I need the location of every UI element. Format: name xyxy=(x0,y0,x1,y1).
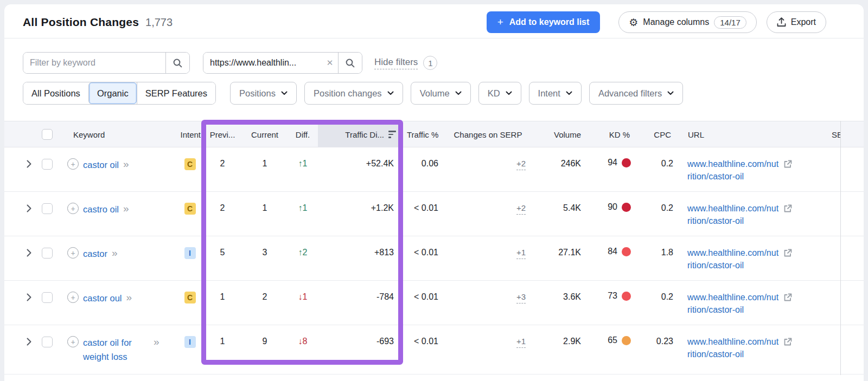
col-header-kd[interactable]: KD % xyxy=(582,130,633,139)
row-checkbox[interactable] xyxy=(42,248,53,259)
double-chevron-icon[interactable]: » xyxy=(154,335,159,348)
col-header-serp-changes[interactable]: Changes on SERP xyxy=(446,130,530,139)
kd-filter-dropdown[interactable]: KD xyxy=(478,82,521,105)
traffic-pct-value: < 0.01 xyxy=(403,192,446,213)
col-header-se[interactable]: SE xyxy=(821,130,840,139)
sort-desc-icon[interactable] xyxy=(388,131,396,138)
external-link-icon[interactable] xyxy=(783,159,793,169)
tab-organic[interactable]: Organic xyxy=(88,82,137,104)
intent-badge: I xyxy=(184,336,196,348)
keyword-filter-group xyxy=(23,52,190,74)
row-checkbox[interactable] xyxy=(42,203,53,214)
keyword-link[interactable]: castor oil for weight loss xyxy=(83,335,149,364)
keyword-link[interactable]: castor oil xyxy=(83,158,119,172)
tab-serp-features[interactable]: SERP Features xyxy=(137,82,215,104)
hide-filters-link[interactable]: Hide filters xyxy=(374,57,418,69)
url-link[interactable]: rition/castor-oil xyxy=(687,216,744,225)
keyword-link[interactable]: castor oul xyxy=(83,291,122,305)
add-keyword-icon[interactable]: + xyxy=(67,247,79,259)
url-link[interactable]: www.healthline.com/nut xyxy=(687,202,778,215)
chevron-right-icon xyxy=(27,249,31,257)
panel-header: All Position Changes 1,773 + Add to keyw… xyxy=(4,4,864,38)
url-link[interactable]: rition/castor-oil xyxy=(687,305,744,314)
add-keyword-icon[interactable]: + xyxy=(67,203,79,214)
current-position: 9 xyxy=(242,325,288,346)
keyword-search-button[interactable] xyxy=(165,53,189,73)
url-link[interactable]: rition/castor-oil xyxy=(687,172,744,181)
row-checkbox[interactable] xyxy=(42,159,53,170)
url-link[interactable]: rition/castor-oil xyxy=(687,261,744,270)
col-header-intent[interactable]: Intent xyxy=(177,130,203,139)
expand-row-button[interactable] xyxy=(4,147,36,168)
expand-row-button[interactable] xyxy=(4,325,36,346)
serp-changes-link[interactable]: +1 xyxy=(516,337,526,348)
chevron-right-icon xyxy=(27,293,31,301)
col-header-cpc[interactable]: CPC xyxy=(633,130,673,139)
double-chevron-icon[interactable]: » xyxy=(123,158,129,171)
url-link[interactable]: www.healthline.com/nut xyxy=(687,291,778,303)
active-filter-count-badge: 1 xyxy=(423,56,437,70)
keyword-filter-input[interactable] xyxy=(23,53,165,73)
serp-changes-link[interactable]: +1 xyxy=(516,248,526,259)
manage-columns-button[interactable]: ⚙ Manage columns 14/17 xyxy=(618,11,756,33)
serp-changes-link[interactable]: +2 xyxy=(516,159,526,170)
clear-url-icon[interactable]: ✕ xyxy=(322,53,338,73)
url-link[interactable]: www.healthline.com/nut xyxy=(687,158,778,170)
url-link[interactable]: www.healthline.com/nut xyxy=(687,335,778,348)
external-link-icon[interactable] xyxy=(783,337,793,346)
url-search-button[interactable] xyxy=(338,53,362,73)
expand-row-button[interactable] xyxy=(4,192,36,212)
add-keyword-icon[interactable]: + xyxy=(67,292,79,303)
external-link-icon[interactable] xyxy=(783,293,793,302)
keyword-link[interactable]: castor xyxy=(83,247,107,261)
select-all-checkbox[interactable] xyxy=(42,129,53,140)
position-changes-filter-dropdown[interactable]: Position changes xyxy=(304,82,403,105)
external-link-icon[interactable] xyxy=(783,204,793,213)
row-checkbox[interactable] xyxy=(42,337,53,347)
serp-changes-link[interactable]: +2 xyxy=(516,203,526,215)
col-header-traffic-pct[interactable]: Traffic % xyxy=(403,130,446,139)
col-header-traffic-diff[interactable]: Traffic Di... xyxy=(318,121,403,147)
external-link-icon[interactable] xyxy=(783,248,793,257)
col-header-volume[interactable]: Volume xyxy=(530,130,582,139)
previous-position: 5 xyxy=(203,236,242,257)
volume-filter-dropdown[interactable]: Volume xyxy=(411,82,471,105)
col-header-url[interactable]: URL xyxy=(673,130,821,139)
tab-all-positions[interactable]: All Positions xyxy=(23,82,88,104)
double-chevron-icon[interactable]: » xyxy=(123,202,129,215)
kd-value: 94 xyxy=(608,158,617,167)
col-header-previous[interactable]: Previ... xyxy=(203,130,242,139)
page-title: All Position Changes xyxy=(23,16,139,29)
add-keyword-icon[interactable]: + xyxy=(67,336,79,347)
url-filter-input[interactable] xyxy=(203,53,322,73)
kd-value: 73 xyxy=(608,291,617,301)
keyword-cell: + castor oil for weight loss » xyxy=(59,325,177,364)
positions-filter-dropdown[interactable]: Positions xyxy=(230,82,297,105)
add-to-keyword-list-button[interactable]: + Add to keyword list xyxy=(487,11,601,33)
double-chevron-icon[interactable]: » xyxy=(112,247,118,260)
row-checkbox[interactable] xyxy=(42,292,53,303)
kd-value: 84 xyxy=(608,247,617,256)
chevron-right-icon xyxy=(27,204,31,212)
expand-row-button[interactable] xyxy=(4,281,36,301)
url-link[interactable]: www.healthline.com/nut xyxy=(687,247,778,259)
col-header-keyword[interactable]: Keyword xyxy=(59,130,177,139)
serp-changes-link[interactable]: +3 xyxy=(516,292,526,303)
expand-row-button[interactable] xyxy=(4,236,36,257)
chevron-down-icon xyxy=(455,91,462,95)
keyword-link[interactable]: castro oil xyxy=(83,202,119,216)
previous-position: 2 xyxy=(203,192,242,213)
add-keyword-icon[interactable]: + xyxy=(67,158,79,170)
url-link[interactable]: rition/castor-oil xyxy=(687,350,744,359)
export-button[interactable]: Export xyxy=(767,11,826,33)
table-header-row: Keyword Intent Previ... Current Diff. Tr… xyxy=(4,121,864,147)
col-header-diff[interactable]: Diff. xyxy=(288,130,318,139)
columns-count-badge: 14/17 xyxy=(714,16,746,29)
chevron-right-icon xyxy=(27,160,31,168)
advanced-filters-dropdown[interactable]: Advanced filters xyxy=(589,82,683,105)
url-cell: www.healthline.com/nut rition/castor-oil xyxy=(673,236,821,272)
intent-filter-dropdown[interactable]: Intent xyxy=(529,82,582,105)
double-chevron-icon[interactable]: » xyxy=(126,291,132,304)
traffic-diff-value: +813 xyxy=(318,236,403,257)
col-header-current[interactable]: Current xyxy=(242,130,288,139)
